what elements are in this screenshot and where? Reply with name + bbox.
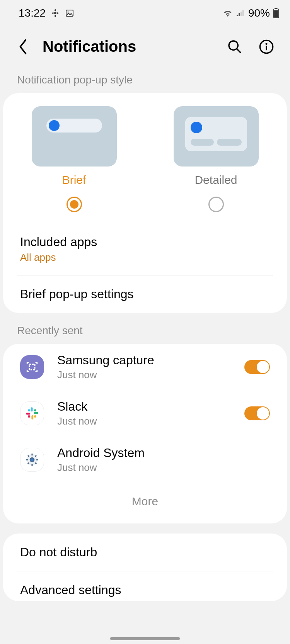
svg-point-20 [34, 409, 36, 411]
svg-rect-5 [242, 10, 244, 16]
battery-icon [273, 8, 279, 18]
section-label-recently-sent: Recently sent [0, 313, 290, 344]
row-included-apps[interactable]: Included apps All apps [3, 223, 287, 275]
popup-option-detailed[interactable]: Detailed [145, 106, 287, 212]
app-row-android-system[interactable]: Android System Just now [3, 437, 287, 483]
svg-rect-2 [237, 15, 238, 16]
svg-rect-8 [274, 10, 278, 17]
app-time: Just now [57, 415, 231, 427]
brief-preview [32, 106, 117, 167]
toggle-slack[interactable] [244, 406, 270, 420]
svg-line-31 [35, 463, 36, 464]
included-apps-title: Included apps [20, 235, 270, 249]
detailed-preview [174, 106, 259, 167]
row-advanced-settings[interactable]: Advanced settings [3, 571, 287, 601]
popup-label-brief: Brief [62, 173, 86, 187]
row-brief-popup-settings[interactable]: Brief pop-up settings [3, 275, 287, 313]
search-button[interactable] [227, 39, 243, 55]
svg-rect-4 [241, 12, 242, 16]
slack-icon [20, 401, 44, 425]
section-label-popup-style: Notification pop-up style [0, 67, 290, 93]
brief-popup-title: Brief pop-up settings [20, 287, 270, 301]
app-row-slack[interactable]: Slack Just now [3, 390, 287, 437]
page-header: Notifications [0, 26, 290, 67]
radio-detailed[interactable] [208, 197, 224, 212]
card-bottom: Do not disturb Advanced settings [3, 534, 287, 601]
app-text: Samsung capture Just now [57, 353, 231, 381]
svg-point-19 [28, 409, 30, 411]
svg-rect-16 [34, 412, 38, 414]
card-popup-style: Brief Detailed Included apps All apps Br… [3, 93, 287, 313]
slack-status-icon [51, 9, 60, 17]
app-time: Just now [57, 369, 231, 381]
status-time: 13:22 [19, 7, 46, 19]
svg-rect-3 [239, 13, 240, 16]
svg-rect-15 [31, 407, 33, 411]
included-apps-subtitle: All apps [20, 251, 270, 263]
info-icon [259, 39, 274, 54]
status-right: 90% [223, 7, 279, 19]
page-title: Notifications [43, 38, 215, 55]
battery-percent: 90% [248, 7, 270, 19]
svg-point-12 [266, 43, 268, 45]
search-icon [227, 39, 242, 54]
svg-point-1 [68, 12, 69, 13]
signal-icon [236, 9, 245, 17]
advanced-title: Advanced settings [20, 583, 270, 597]
row-do-not-disturb[interactable]: Do not disturb [3, 534, 287, 571]
svg-line-30 [28, 455, 29, 457]
app-row-samsung-capture[interactable]: Samsung capture Just now [3, 344, 287, 390]
status-bar: 13:22 90% [0, 0, 290, 26]
app-name: Samsung capture [57, 353, 231, 367]
svg-point-25 [31, 459, 33, 461]
app-text: Slack Just now [57, 399, 231, 427]
svg-rect-13 [266, 46, 267, 50]
samsung-capture-icon [20, 355, 44, 379]
info-button[interactable] [258, 39, 275, 55]
back-button[interactable] [15, 39, 31, 54]
wifi-icon [223, 9, 233, 17]
home-indicator[interactable] [110, 637, 180, 640]
android-system-icon [20, 448, 44, 472]
popup-style-selector: Brief Detailed [3, 93, 287, 223]
header-actions [227, 39, 275, 55]
radio-brief[interactable] [67, 197, 82, 212]
svg-rect-0 [66, 10, 73, 16]
app-text: Android System Just now [57, 446, 270, 474]
svg-point-21 [34, 415, 36, 418]
svg-point-22 [28, 415, 30, 418]
app-time: Just now [57, 462, 270, 474]
popup-label-detailed: Detailed [194, 173, 237, 187]
popup-option-brief[interactable]: Brief [3, 106, 145, 212]
dnd-title: Do not disturb [20, 545, 270, 559]
svg-rect-17 [31, 415, 33, 420]
card-recently-sent: Samsung capture Just now Slack Just now [3, 344, 287, 523]
toggle-samsung-capture[interactable] [244, 360, 270, 374]
svg-line-33 [35, 455, 36, 457]
status-left: 13:22 [19, 7, 74, 19]
svg-rect-14 [29, 364, 35, 370]
svg-rect-18 [26, 413, 30, 415]
app-name: Slack [57, 399, 231, 414]
more-button[interactable]: More [3, 483, 287, 523]
chevron-left-icon [18, 39, 28, 54]
image-status-icon [65, 8, 74, 18]
svg-line-32 [28, 463, 29, 464]
app-name: Android System [57, 446, 270, 460]
svg-line-10 [237, 49, 241, 53]
